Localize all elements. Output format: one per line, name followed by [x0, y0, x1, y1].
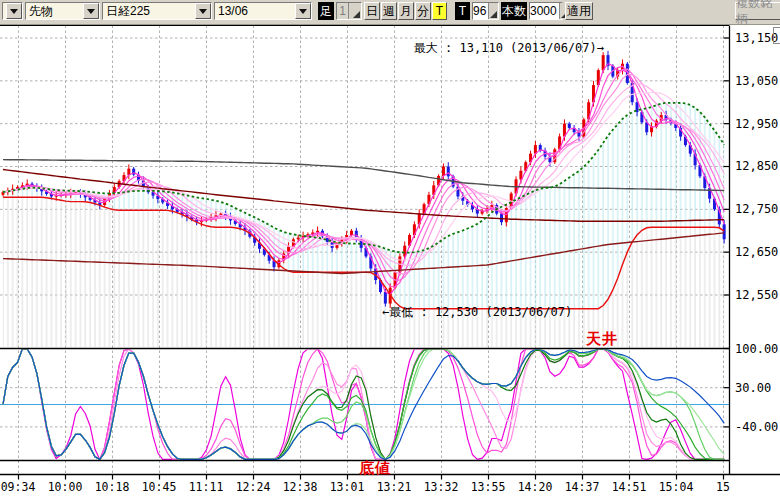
y-axis-label: 12,850 [735, 159, 778, 173]
x-axis-label: 15:04 [659, 480, 694, 494]
x-axis-label: 15 [716, 480, 730, 494]
x-axis-label: 10:45 [142, 480, 177, 494]
y-axis-label: 12,750 [735, 202, 778, 216]
y-axis-label: 12,550 [735, 288, 778, 302]
candle-body [350, 231, 353, 235]
x-axis-label: 12:24 [236, 480, 271, 494]
band-fills [3, 103, 724, 347]
y-axis-label: 13,050 [735, 74, 778, 88]
x-axis-label: 13:01 [330, 480, 365, 494]
bottom-annotation: 底値 [359, 459, 391, 478]
x-axis-label: 10:18 [95, 480, 130, 494]
x-axis-label: 10:00 [48, 480, 83, 494]
y-axis-label: -40.00 [735, 420, 778, 434]
x-axis-label: 14:37 [565, 480, 600, 494]
candle-body [297, 238, 300, 240]
y-axis-label: 30.00 [735, 381, 771, 395]
candle-body [500, 214, 503, 223]
x-axis-label: 13:55 [471, 480, 506, 494]
max-annotation: 最大 : 13,110 (2013/06/07)→ [414, 40, 604, 57]
y-axis-label: 12,950 [735, 117, 778, 131]
x-axis-label: 11:11 [189, 480, 224, 494]
y-axis-label: 13,150 [735, 31, 778, 45]
y-axis-label: 100.00 [735, 342, 778, 356]
x-axis-label: 14:51 [612, 480, 647, 494]
x-axis-label: 14:20 [518, 480, 553, 494]
x-axis-label: 13:32 [424, 480, 459, 494]
y-axis-label: 12,650 [735, 245, 778, 259]
chart-app-window: 先物 日経225 13/06 足 1 日 週 月 分 T T 96 本数 300… [0, 0, 780, 500]
candle-body [447, 166, 450, 176]
x-axis-label: 13:21 [377, 480, 412, 494]
x-axis-label: 12:38 [283, 480, 318, 494]
pane-resize-handle[interactable] [773, 27, 780, 44]
candle-body [723, 224, 726, 239]
ceiling-annotation: 天井 [586, 330, 618, 349]
oscillator-pane [0, 349, 729, 460]
x-axis-label: 09:34 [1, 480, 36, 494]
candle-body [442, 166, 445, 175]
min-annotation: ←最低 : 12,530 (2013/06/07) [382, 304, 572, 321]
candle-body [384, 292, 387, 304]
candle-body [568, 124, 571, 128]
chart-canvas[interactable]: 13,15013,05012,95012,85012,75012,65012,5… [0, 0, 780, 500]
